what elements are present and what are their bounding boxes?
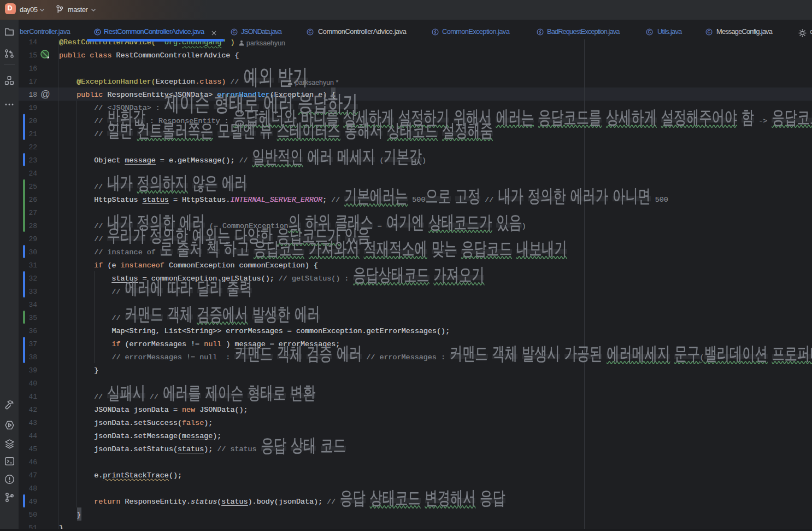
- svg-text:C: C: [708, 30, 711, 34]
- svg-text:C: C: [648, 30, 651, 34]
- svg-text:C: C: [96, 30, 99, 34]
- svg-text:C: C: [233, 30, 236, 34]
- svg-text:C: C: [309, 30, 312, 34]
